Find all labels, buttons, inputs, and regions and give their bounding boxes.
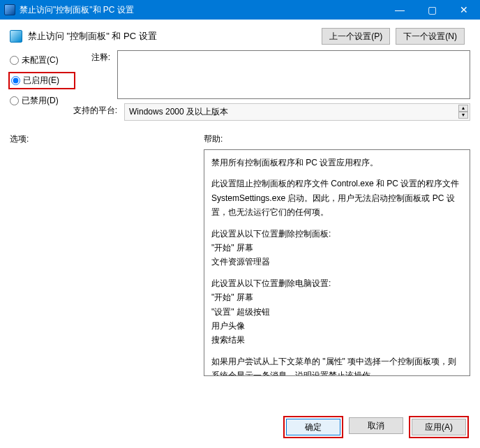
platform-spinner: ▴ ▾ bbox=[458, 105, 468, 119]
help-label: 帮助: bbox=[204, 133, 470, 145]
nav-buttons: 上一个设置(P) 下一个设置(N) bbox=[322, 28, 465, 45]
platform-value: Windows 2000 及以上版本 bbox=[129, 106, 228, 118]
lower-area: 选项: 帮助: 禁用所有控制面板程序和 PC 设置应用程序。 此设置阻止控制面板… bbox=[0, 121, 480, 376]
minimize-button[interactable]: — bbox=[384, 0, 416, 20]
policy-icon bbox=[10, 30, 22, 43]
spin-up-icon[interactable]: ▴ bbox=[458, 105, 468, 112]
apply-highlight: 应用(A) bbox=[409, 416, 469, 438]
state-radio-group: 未配置(C) 已启用(E) 已禁用(D) bbox=[10, 50, 73, 107]
options-label: 选项: bbox=[10, 133, 184, 145]
cancel-button[interactable]: 取消 bbox=[349, 417, 403, 434]
settings-area: 未配置(C) 已启用(E) 已禁用(D) 注释: 支持的平台: Windows … bbox=[0, 50, 480, 121]
help-p2: 此设置阻止控制面板的程序文件 Control.exe 和 PC 设置的程序文件 … bbox=[211, 177, 463, 219]
supported-platform-field: Windows 2000 及以上版本 ▴ ▾ bbox=[124, 103, 470, 121]
radio-disabled[interactable]: 已禁用(D) bbox=[10, 95, 73, 107]
help-textbox[interactable]: 禁用所有控制面板程序和 PC 设置应用程序。 此设置阻止控制面板的程序文件 Co… bbox=[204, 149, 470, 376]
radio-enabled-input[interactable] bbox=[11, 76, 20, 85]
window-title: 禁止访问"控制面板"和 PC 设置 bbox=[20, 4, 384, 16]
help-p1: 禁用所有控制面板程序和 PC 设置应用程序。 bbox=[211, 156, 463, 170]
ok-highlight: 确定 bbox=[283, 416, 343, 438]
apply-button[interactable]: 应用(A) bbox=[412, 419, 466, 435]
platform-label: 支持的平台: bbox=[73, 103, 117, 117]
radio-disabled-label: 已禁用(D) bbox=[22, 95, 59, 107]
policy-title: 禁止访问 "控制面板" 和 PC 设置 bbox=[28, 30, 316, 43]
help-p5: 如果用户尝试从上下文菜单的 "属性" 项中选择一个控制面板项，则系统会显示一条消… bbox=[211, 354, 463, 376]
close-button[interactable]: ✕ bbox=[448, 0, 480, 20]
radio-not-configured-input[interactable] bbox=[10, 56, 19, 65]
comment-textarea[interactable] bbox=[117, 50, 470, 99]
radio-not-configured-label: 未配置(C) bbox=[22, 54, 59, 66]
radio-enabled-label: 已启用(E) bbox=[23, 75, 59, 87]
header: 禁止访问 "控制面板" 和 PC 设置 上一个设置(P) 下一个设置(N) bbox=[0, 20, 480, 50]
previous-setting-button[interactable]: 上一个设置(P) bbox=[322, 28, 390, 45]
radio-disabled-input[interactable] bbox=[10, 96, 19, 105]
help-p3: 此设置从以下位置删除控制面板: "开始" 屏幕 文件资源管理器 bbox=[211, 227, 463, 269]
options-column: 选项: bbox=[10, 133, 184, 376]
title-bar: 禁止访问"控制面板"和 PC 设置 — ▢ ✕ bbox=[0, 0, 480, 20]
radio-enabled[interactable]: 已启用(E) bbox=[8, 72, 75, 89]
radio-not-configured[interactable]: 未配置(C) bbox=[10, 54, 73, 66]
spin-down-icon[interactable]: ▾ bbox=[458, 112, 468, 119]
help-p4: 此设置从以下位置删除电脑设置: "开始" 屏幕 "设置" 超级按钮 用户头像 搜… bbox=[211, 276, 463, 348]
dialog-button-bar: 确定 取消 应用(A) bbox=[275, 410, 477, 444]
window-controls: — ▢ ✕ bbox=[384, 0, 480, 20]
comment-label: 注释: bbox=[73, 50, 110, 64]
help-column: 帮助: 禁用所有控制面板程序和 PC 设置应用程序。 此设置阻止控制面板的程序文… bbox=[204, 133, 470, 376]
maximize-button[interactable]: ▢ bbox=[416, 0, 448, 20]
ok-button[interactable]: 确定 bbox=[286, 419, 340, 435]
next-setting-button[interactable]: 下一个设置(N) bbox=[396, 28, 465, 45]
app-icon bbox=[4, 4, 15, 15]
